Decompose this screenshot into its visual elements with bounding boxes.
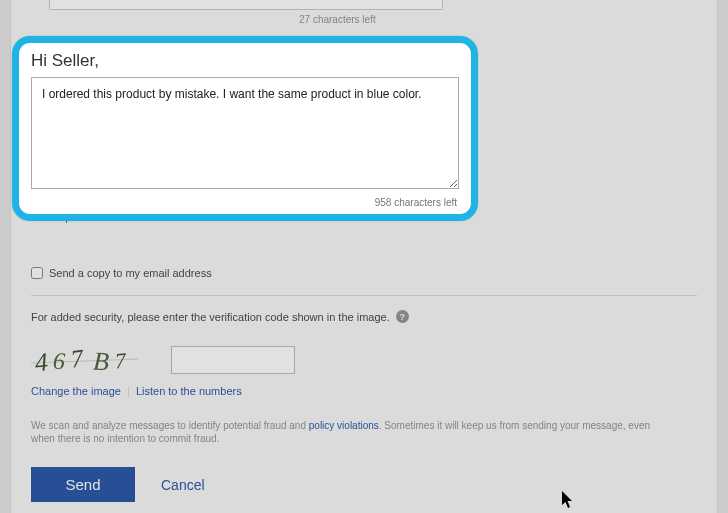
previous-text-input[interactable] xyxy=(49,0,443,10)
captcha-instruction: For added security, please enter the ver… xyxy=(31,311,390,323)
listen-numbers-link[interactable]: Listen to the numbers xyxy=(136,385,242,397)
section-divider xyxy=(31,295,697,296)
form-actions: Send Cancel xyxy=(31,467,697,502)
send-button[interactable]: Send xyxy=(31,467,135,502)
message-textarea[interactable] xyxy=(31,77,459,189)
captcha-row: 4 6 7 B 7 xyxy=(31,341,697,379)
change-image-link[interactable]: Change the image xyxy=(31,385,121,397)
captcha-links: Change the image | Listen to the numbers xyxy=(31,385,697,397)
email-copy-row: Send a copy to my email address xyxy=(31,267,697,279)
help-icon[interactable]: ? xyxy=(396,310,409,323)
captcha-instruction-row: For added security, please enter the ver… xyxy=(31,310,697,323)
disclaimer-part1: We scan and analyze messages to identify… xyxy=(31,420,309,431)
message-highlight-box: Hi Seller, 958 characters left xyxy=(12,36,478,221)
email-copy-label: Send a copy to my email address xyxy=(49,267,212,279)
svg-text:7: 7 xyxy=(114,348,128,374)
captcha-image: 4 6 7 B 7 xyxy=(31,341,139,379)
svg-text:B: B xyxy=(92,347,109,377)
greeting-text: Hi Seller, xyxy=(31,51,459,71)
svg-text:7: 7 xyxy=(69,344,87,373)
previous-chars-left: 27 characters left xyxy=(299,14,697,25)
captcha-input[interactable] xyxy=(171,346,295,374)
captcha-link-divider: | xyxy=(127,385,130,397)
message-chars-left: 958 characters left xyxy=(31,197,459,208)
policy-violations-link[interactable]: policy violations xyxy=(309,420,379,431)
email-copy-checkbox[interactable] xyxy=(31,267,43,279)
previous-field-fragment: 27 characters left xyxy=(31,0,697,25)
svg-text:6: 6 xyxy=(52,348,66,375)
cancel-link[interactable]: Cancel xyxy=(161,477,205,493)
fraud-disclaimer: We scan and analyze messages to identify… xyxy=(31,419,651,445)
